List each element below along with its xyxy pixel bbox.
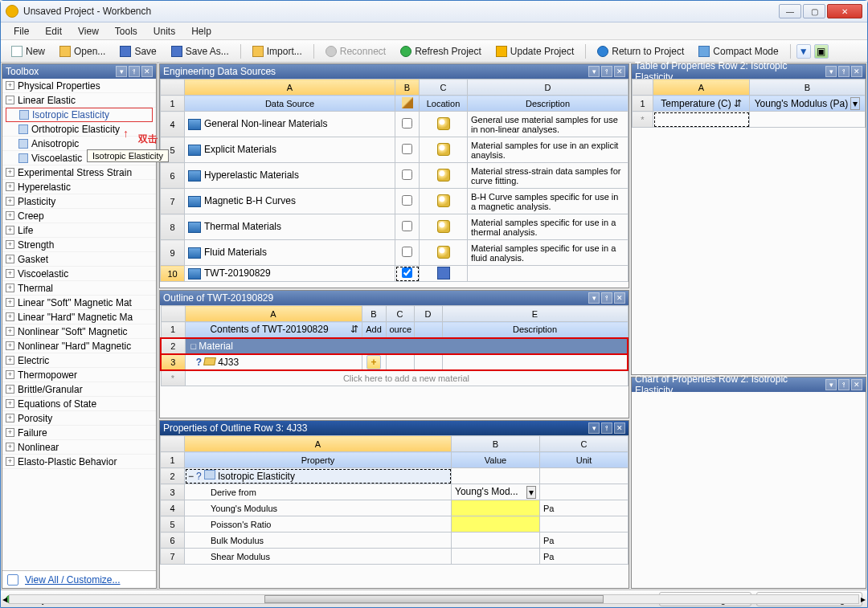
pin-icon[interactable]: ⫯ (601, 422, 612, 434)
edit-checkbox[interactable] (402, 118, 412, 129)
tree-item-isotropic[interactable]: Isotropic Elasticity (6, 108, 153, 122)
browse-icon[interactable] (437, 169, 450, 182)
browse-icon[interactable] (437, 117, 450, 130)
menu-help[interactable]: Help (185, 24, 218, 39)
tree-group[interactable]: +Nonlinear "Hard" Magnetic (2, 339, 156, 353)
new-button[interactable]: New (6, 43, 51, 59)
table-row[interactable]: 7Magnetic B-H CurvesB-H Curve samples sp… (161, 189, 628, 214)
saveas-button[interactable]: Save As... (166, 43, 235, 59)
edit-checkbox[interactable] (402, 267, 412, 278)
tree-group[interactable]: +Experimental Stress Strain (2, 165, 156, 180)
tree-group[interactable]: +Brittle/Granular (2, 382, 156, 397)
panel-close-icon[interactable]: ✕ (614, 292, 625, 304)
tree-group[interactable]: +Creep (2, 209, 156, 223)
return-button[interactable]: Return to Project (592, 43, 690, 59)
close-button[interactable]: ✕ (827, 4, 862, 18)
view-all-link[interactable]: View All / Customize... (25, 574, 121, 586)
pin-icon[interactable]: ⫯ (838, 379, 850, 390)
browse-icon[interactable] (437, 246, 450, 259)
tree-group[interactable]: +Equations of State (2, 397, 156, 411)
maximize-button[interactable]: ▢ (803, 4, 825, 18)
browse-icon[interactable] (437, 143, 450, 156)
import-button[interactable]: Import... (247, 43, 308, 59)
tree-group[interactable]: +Physical Properties (2, 79, 156, 93)
outline-grid[interactable]: ABCDE 1Contents of TWT-20190829 ⇵Addourc… (160, 305, 628, 386)
table-row[interactable]: 7Shear ModulusPa (161, 549, 628, 565)
tree-group[interactable]: +Elasto-Plastic Behavior (2, 455, 156, 469)
edit-checkbox[interactable] (402, 221, 412, 231)
panel-close-icon[interactable]: ✕ (141, 66, 153, 77)
panel-close-icon[interactable]: ✕ (851, 66, 862, 77)
edit-checkbox[interactable] (402, 195, 412, 206)
table-row[interactable]: 10TWT-20190829 (161, 266, 628, 282)
pin-icon[interactable]: ⫯ (838, 66, 850, 77)
properties-grid[interactable]: ABC 1PropertyValueUnit 2− ? Isotropic El… (160, 435, 628, 565)
sort-icon[interactable]: ⇵ (350, 324, 358, 335)
tree-group[interactable]: +Linear "Soft" Magnetic Mat (2, 296, 156, 310)
panel-close-icon[interactable]: ✕ (614, 422, 625, 434)
browse-icon[interactable] (437, 194, 450, 207)
filter-button[interactable]: ▼ (796, 44, 811, 59)
table-row[interactable]: 6Hyperelastic MaterialsMaterial stress-s… (161, 163, 628, 189)
dropdown-icon[interactable]: ▾ (850, 97, 860, 110)
tree-group[interactable]: +Life (2, 223, 156, 238)
edit-checkbox[interactable] (402, 144, 412, 154)
tree-group[interactable]: +Nonlinear "Soft" Magnetic (2, 324, 156, 339)
panel-dropdown-icon[interactable]: ▾ (588, 422, 600, 434)
menu-units[interactable]: Units (147, 24, 182, 39)
save-small-icon[interactable] (437, 267, 450, 280)
table-row[interactable]: 4Young's ModulusPa (161, 500, 628, 516)
table-props-grid[interactable]: AB 1Temperature (C) ⇵Young's Modulus (Pa… (632, 79, 866, 128)
tree-group[interactable]: +Strength (2, 238, 156, 252)
tree-group[interactable]: +Thermopower (2, 368, 156, 382)
open-button[interactable]: Open... (54, 43, 111, 59)
panel-close-icon[interactable]: ✕ (614, 66, 625, 77)
table-row[interactable]: 9Fluid MaterialsMaterial samples specifi… (161, 240, 628, 266)
table-row[interactable]: 5Poisson's Ratio (161, 516, 628, 533)
save-button[interactable]: Save (114, 43, 162, 59)
edit-checkbox[interactable] (402, 169, 412, 180)
menu-edit[interactable]: Edit (39, 24, 68, 39)
table-row[interactable]: 3Derive fromYoung's Mod... ▾ (161, 484, 628, 500)
table-row[interactable]: 6Bulk ModulusPa (161, 533, 628, 549)
menu-file[interactable]: File (7, 24, 35, 39)
compact-button[interactable]: Compact Mode (693, 43, 784, 59)
refresh-button[interactable]: Refresh Project (395, 43, 487, 59)
table-row[interactable]: *Click here to add a new material (161, 370, 628, 386)
pin-icon[interactable]: ⫯ (601, 292, 612, 304)
tree-group[interactable]: −Linear Elastic (2, 93, 156, 108)
table-row[interactable]: * (633, 112, 866, 128)
table-row[interactable]: 8Thermal MaterialsMaterial samples speci… (161, 214, 628, 240)
tree-group[interactable]: +Electric (2, 353, 156, 368)
table-row[interactable]: 3 ? 4J33+ (161, 354, 628, 370)
tree-item[interactable]: Orthotropic Elasticity (2, 122, 156, 137)
tree-group[interactable]: +Linear "Hard" Magnetic Ma (2, 310, 156, 324)
filter-applied-button[interactable]: ▣ (814, 44, 829, 59)
tree-group[interactable]: +Thermal (2, 281, 156, 296)
tree-group[interactable]: +Porosity (2, 411, 156, 426)
menu-tools[interactable]: Tools (108, 24, 144, 39)
tree-group[interactable]: +Viscoelastic (2, 267, 156, 281)
pin-icon[interactable]: ⫯ (129, 66, 140, 77)
edit-checkbox[interactable] (402, 247, 412, 257)
table-row[interactable]: 4General Non-linear MaterialsGeneral use… (161, 112, 628, 137)
tree-group[interactable]: +Hyperelastic (2, 180, 156, 194)
table-row[interactable]: 5Explicit MaterialsMaterial samples for … (161, 137, 628, 163)
tree-group[interactable]: +Gasket (2, 252, 156, 267)
panel-dropdown-icon[interactable]: ▾ (116, 66, 127, 77)
sort-icon[interactable]: ⇵ (734, 98, 742, 109)
tree-group[interactable]: +Plasticity (2, 194, 156, 209)
pin-icon[interactable]: ⫯ (601, 66, 612, 77)
minimize-button[interactable]: — (779, 4, 801, 18)
panel-dropdown-icon[interactable]: ▾ (825, 379, 837, 390)
eds-grid[interactable]: ABCD 1Data SourceLocationDescription 4Ge… (160, 79, 628, 282)
panel-close-icon[interactable]: ✕ (851, 379, 862, 390)
add-icon[interactable]: + (366, 355, 381, 369)
update-button[interactable]: Update Project (490, 43, 579, 59)
table-row[interactable]: 2− ? Isotropic Elasticity (161, 468, 628, 484)
panel-dropdown-icon[interactable]: ▾ (588, 292, 600, 304)
table-row[interactable]: 2 □ Material (161, 338, 628, 354)
reconnect-button[interactable]: Reconnect (320, 43, 391, 59)
panel-dropdown-icon[interactable]: ▾ (825, 66, 837, 77)
tree-group[interactable]: +Nonlinear (2, 440, 156, 455)
